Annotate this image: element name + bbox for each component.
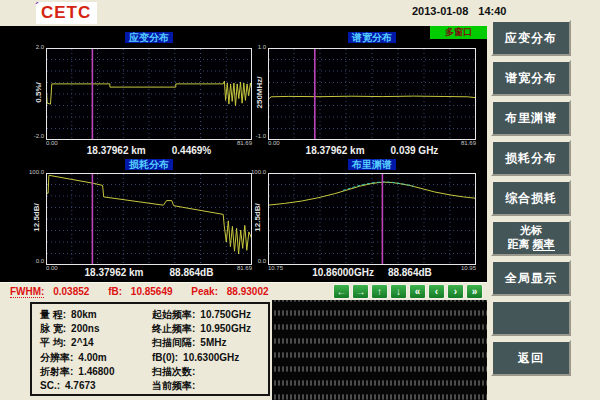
chart-title-width: 谱宽分布 xyxy=(268,31,476,44)
param-average: 平 均:2^14 xyxy=(40,336,144,350)
loss-y-max: 100.0 xyxy=(22,169,44,175)
spectrum-readout: 10.86000GHz 88.864dB xyxy=(268,267,476,278)
data-trace xyxy=(268,182,476,205)
peak-value: 88.93002 xyxy=(227,286,269,297)
arrow-down-button[interactable]: ↓ xyxy=(390,284,407,299)
cursor-position-value: 18.37962 km xyxy=(85,267,144,278)
param-sc: SC.:4.7673 xyxy=(40,379,144,393)
strain-y-max: 2.0 xyxy=(26,44,44,50)
param-current-frequency: 当前频率: xyxy=(152,379,251,393)
step-right-button[interactable]: › xyxy=(447,284,464,299)
instrument-screen: ´CETC 2013-01-0814:40 多窗口 应变分布 谱宽分布 损耗分布… xyxy=(0,0,600,400)
cetc-logo: ´CETC xyxy=(36,2,97,24)
width-y-scale: 250MHz/ xyxy=(255,68,264,118)
peak-label: Peak: xyxy=(191,286,218,297)
fb-value: 10.85649 xyxy=(131,286,173,297)
sidebar-menu: 应变分布 谱宽分布 布里渊谱 损耗分布 综合损耗 光标 距离 频率 全局显示 返… xyxy=(487,20,600,400)
sidebar-item-strain-distribution[interactable]: 应变分布 xyxy=(491,20,571,56)
cursor-measure-value: 88.864dB xyxy=(170,267,214,278)
strain-plot[interactable] xyxy=(46,48,252,140)
strain-readout: 18.37962 km 0.4469% xyxy=(46,145,252,156)
spectrum-y-scale: 12.5dB/ xyxy=(253,193,262,243)
spectrum-y-min: 0.0 xyxy=(252,258,266,264)
fwhm-label: FWHM: xyxy=(10,286,44,298)
width-y-max: 1.0 xyxy=(248,44,266,50)
loss-plot[interactable] xyxy=(46,173,252,265)
cursor-measure-value: 0.4469% xyxy=(172,145,211,156)
chart-area: 多窗口 应变分布 谱宽分布 损耗分布 布里渊谱 2.0 -2.0 1.0 -1.… xyxy=(0,26,487,282)
spectrum-plot[interactable] xyxy=(268,173,476,265)
sidebar-item-cursor-distance-frequency[interactable]: 光标 距离 频率 xyxy=(491,220,571,256)
param-refractive-index: 折射率:1.46800 xyxy=(40,365,144,379)
chart-title-spectrum: 布里渊谱 xyxy=(268,158,476,171)
sidebar-item-global-display[interactable]: 全局显示 xyxy=(491,260,571,296)
strain-y-scale: 0.5%/ xyxy=(34,68,43,118)
chart-title-strain: 应变分布 xyxy=(46,31,252,44)
cursor-measure-value: 88.864dB xyxy=(388,267,432,278)
arrow-left-button[interactable]: ← xyxy=(333,284,350,299)
param-resolution: 分辨率:4.00m xyxy=(40,351,144,365)
date-text: 2013-01-08 xyxy=(412,5,468,17)
param-scan-interval: 扫描间隔:5MHz xyxy=(152,336,251,350)
fwhm-value: 0.03852 xyxy=(53,286,89,297)
width-readout: 18.37962 km 0.039 GHz xyxy=(268,145,476,156)
width-plot[interactable] xyxy=(268,48,476,140)
status-bar: FWHM: 0.03852 fB: 10.85649 Peak: 88.9300… xyxy=(0,282,487,301)
chart-title-loss: 损耗分布 xyxy=(46,158,252,171)
empty-grid-panel xyxy=(272,300,487,400)
fb-label: fB: xyxy=(108,286,122,297)
param-stop-frequency: 终止频率:10.950GHz xyxy=(152,322,251,336)
param-scan-count: 扫描次数: xyxy=(152,365,251,379)
strain-y-min: -2.0 xyxy=(24,133,44,139)
param-range: 量 程:80km xyxy=(40,308,144,322)
datetime: 2013-01-0814:40 xyxy=(412,5,516,17)
logo-accent: ´ xyxy=(35,1,40,15)
sidebar-item-back[interactable]: 返回 xyxy=(491,340,571,376)
step-left-button[interactable]: ‹ xyxy=(428,284,445,299)
param-start-frequency: 起始频率:10.750GHz xyxy=(152,308,251,322)
measurement-readout: FWHM: 0.03852 fB: 10.85649 Peak: 88.9300… xyxy=(10,286,285,297)
cursor-position-value: 10.86000GHz xyxy=(312,267,374,278)
spectrum-y-max: 100.0 xyxy=(244,169,266,175)
time-text: 14:40 xyxy=(478,5,506,17)
arrow-up-button[interactable]: ↑ xyxy=(371,284,388,299)
sidebar-item-brillouin-spectrum[interactable]: 布里渊谱 xyxy=(491,100,571,136)
sidebar-item-empty[interactable] xyxy=(491,300,571,336)
fast-left-button[interactable]: « xyxy=(409,284,426,299)
frequency-mode-indicator: 频率 xyxy=(533,238,555,251)
loss-y-min: 0.0 xyxy=(30,258,44,264)
sidebar-item-width-distribution[interactable]: 谱宽分布 xyxy=(491,60,571,96)
param-pulse-width: 脉 宽:200ns xyxy=(40,322,144,336)
arrow-right-button[interactable]: → xyxy=(352,284,369,299)
sidebar-item-combined-loss[interactable]: 综合损耗 xyxy=(491,180,571,216)
parameter-column-1: 量 程:80km 脉 宽:200ns 平 均:2^14 分辨率:4.00m 折射… xyxy=(40,308,144,392)
cursor-nav-buttons: ← → ↑ ↓ « ‹ › » xyxy=(333,284,483,299)
cursor-position-value: 18.37962 km xyxy=(87,145,146,156)
fit-curve xyxy=(343,182,414,191)
fast-right-button[interactable]: » xyxy=(466,284,483,299)
loss-y-scale: 12.5dB/ xyxy=(32,193,41,243)
cursor-measure-value: 0.039 GHz xyxy=(391,145,439,156)
loss-readout: 18.37962 km 88.864dB xyxy=(46,267,252,278)
parameter-column-2: 起始频率:10.750GHz 终止频率:10.950GHz 扫描间隔:5MHz … xyxy=(152,308,251,392)
cursor-position-value: 18.37962 km xyxy=(306,145,365,156)
parameter-panel: 量 程:80km 脉 宽:200ns 平 均:2^14 分辨率:4.00m 折射… xyxy=(30,302,270,396)
width-y-min: -1.0 xyxy=(246,133,266,139)
param-fb0: fB(0):10.6300GHz xyxy=(152,351,251,365)
logo-text: CETC xyxy=(41,3,91,22)
sidebar-item-loss-distribution[interactable]: 损耗分布 xyxy=(491,140,571,176)
